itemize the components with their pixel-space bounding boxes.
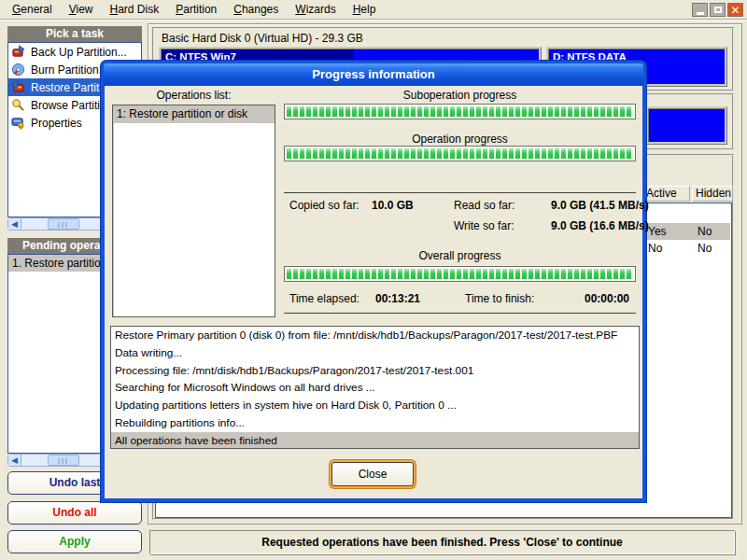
table-header-active[interactable]: Active [642, 186, 690, 202]
transfer-stats: Copied so far: 10.0 GB Read so far: 9.0 … [289, 199, 637, 232]
cell-active: No [648, 240, 662, 257]
disk1-partition-block[interactable] [646, 106, 727, 145]
apply-button[interactable]: Apply [7, 530, 142, 553]
close-icon: ✕ [730, 5, 740, 16]
overall-progress-label: Overall progress [284, 249, 636, 262]
write-value: 9.0 GB (16.6 MB/s) [551, 219, 649, 232]
dialog-title-bar[interactable]: Progress information [104, 63, 643, 86]
minimize-icon [697, 12, 704, 15]
close-button[interactable]: Close [331, 462, 414, 486]
table-header-hidden[interactable]: Hidden [692, 186, 733, 202]
cell-active: Yes [648, 223, 667, 240]
cell-hidden: No [698, 223, 712, 240]
scrollbar-thumb[interactable] [48, 455, 79, 466]
burn-disk-icon [11, 63, 25, 77]
read-value: 9.0 GB (41.5 MB/s) [551, 199, 649, 212]
log-line[interactable]: Restore Primary partition 0 (disk 0) fro… [111, 327, 639, 344]
copied-value: 10.0 GB [372, 199, 454, 212]
separator [284, 192, 636, 193]
pick-a-task-header: Pick a task [7, 26, 142, 42]
menu-partition[interactable]: Partition [167, 1, 225, 19]
separator [284, 313, 636, 314]
undo-all-button[interactable]: Undo all [7, 501, 142, 525]
elapsed-value: 00:13:21 [375, 292, 465, 305]
menu-view[interactable]: View [61, 1, 102, 19]
task-label: Back Up Partition... [31, 46, 127, 59]
log-line-selected[interactable]: All operations have been finished [111, 432, 639, 449]
cell-hidden: No [698, 240, 712, 257]
overall-progress-bar [284, 266, 636, 282]
log-line[interactable]: Updating partitions letters in system hi… [111, 397, 639, 414]
dialog-client-area: Operations list: 1: Restore partition or… [105, 86, 642, 497]
browse-magnifier-icon [11, 98, 25, 112]
scroll-left-arrow-icon[interactable]: ◀ [8, 455, 21, 466]
operations-list-label: Operations list: [112, 89, 275, 102]
backup-disk-icon [11, 45, 25, 59]
menu-bar: General View Hard Disk Partition Changes… [0, 0, 747, 20]
copied-label: Copied so far: [289, 199, 372, 212]
maximize-icon [714, 7, 722, 13]
time-stats: Time elapsed: 00:13:21 Time to finish: 0… [289, 292, 637, 305]
operation-progress-label: Operation progress [284, 133, 636, 146]
task-label: Burn Partition... [31, 63, 108, 77]
task-label: Properties [31, 117, 82, 130]
menu-general[interactable]: General [4, 1, 61, 19]
operations-list: 1: Restore partition or disk [112, 105, 275, 317]
elapsed-label: Time elapsed: [289, 292, 375, 305]
operation-item[interactable]: 1: Restore partition or disk [113, 105, 275, 123]
disk0-label: Basic Hard Disk 0 (Virtual HD) - 29.3 GB [162, 32, 363, 45]
close-window-button[interactable]: ✕ [727, 3, 743, 17]
window-controls: ✕ [692, 3, 743, 17]
scrollbar-thumb[interactable] [48, 218, 79, 230]
properties-disk-icon [11, 116, 25, 130]
maximize-button[interactable] [710, 3, 726, 17]
progress-fill [287, 269, 633, 279]
operation-progress-bar [284, 146, 636, 161]
task-backup-partition[interactable]: Back Up Partition... [8, 43, 141, 61]
progress-dialog: Progress information Operations list: 1:… [101, 61, 646, 502]
menu-wizards[interactable]: Wizards [287, 1, 344, 19]
minimize-button[interactable] [692, 3, 708, 17]
menu-changes[interactable]: Changes [225, 1, 287, 19]
menu-hard-disk[interactable]: Hard Disk [102, 1, 168, 19]
read-label: Read so far: [454, 199, 551, 212]
finish-label: Time to finish: [465, 292, 575, 305]
menu-help[interactable]: Help [345, 1, 385, 19]
operation-log: Restore Primary partition 0 (disk 0) fro… [110, 326, 640, 449]
write-label: Write so far: [454, 219, 551, 232]
progress-fill [287, 148, 633, 159]
scroll-left-arrow-icon[interactable]: ◀ [8, 218, 21, 230]
restore-disk-icon [11, 80, 25, 94]
log-line[interactable]: Rebuilding partitions info... [111, 414, 639, 432]
suboperation-progress-label: Suboperation progress [284, 89, 636, 102]
log-line[interactable]: Searching for Microsoft Windows on all h… [111, 379, 639, 397]
progress-fill [287, 106, 633, 117]
log-line[interactable]: Processing file: /mnt/disk/hdb1/Backups/… [111, 362, 639, 380]
suboperation-progress-bar [284, 104, 636, 119]
finish-value: 00:00:00 [575, 292, 637, 305]
log-line[interactable]: Data writing... [111, 344, 639, 362]
status-bar: Requested operations have been finished.… [149, 530, 735, 554]
